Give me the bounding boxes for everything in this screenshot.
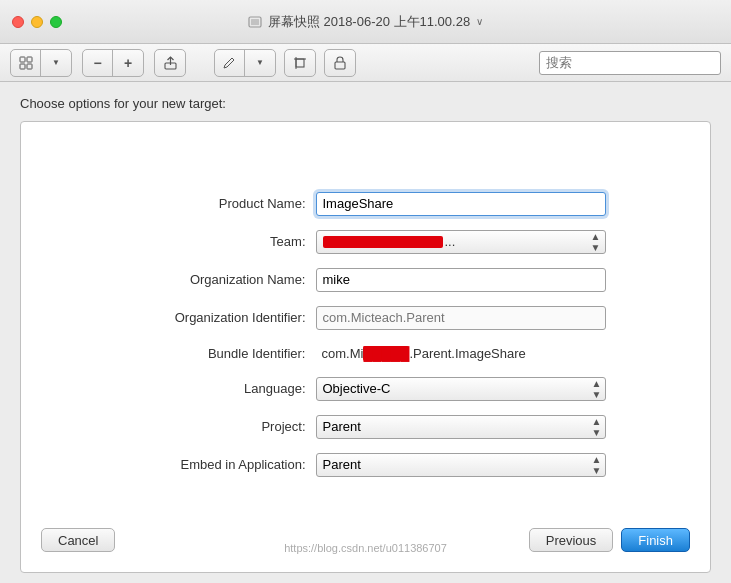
pen-button[interactable] (215, 50, 245, 76)
choose-options-text: Choose options for your new target: (20, 96, 711, 111)
language-select-wrap: Objective-C Swift ▲▼ (316, 377, 606, 401)
share-toolbar-group (154, 49, 186, 77)
window-controls (12, 16, 62, 28)
toolbar: ▼ − + ▼ (0, 44, 731, 82)
project-row: Project: Parent ▲▼ (126, 415, 606, 439)
org-name-label: Organization Name: (126, 272, 316, 287)
svg-rect-2 (20, 57, 25, 62)
grid-view-button[interactable] (11, 50, 41, 76)
svg-rect-7 (296, 59, 304, 67)
title-bar: 屏幕快照 2018-06-20 上午11.00.28 ∨ (0, 0, 731, 44)
maximize-button[interactable] (50, 16, 62, 28)
cancel-button[interactable]: Cancel (41, 528, 115, 552)
svg-rect-4 (20, 64, 25, 69)
team-label: Team: (126, 234, 316, 249)
embed-label: Embed in Application: (126, 457, 316, 472)
product-name-label: Product Name: (126, 196, 316, 211)
bundle-id-row: Bundle Identifier: com.Mi█████.Parent.Im… (126, 344, 606, 363)
org-identifier-label: Organization Identifier: (126, 310, 316, 325)
product-name-input[interactable] (316, 192, 606, 216)
svg-rect-10 (335, 62, 345, 69)
main-content: Choose options for your new target: Prod… (0, 82, 731, 583)
org-name-control (316, 268, 606, 292)
project-control: Parent ▲▼ (316, 415, 606, 439)
team-select[interactable]: ... ▲▼ (316, 230, 606, 254)
pen-dropdown-button[interactable]: ▼ (245, 50, 275, 76)
screenshot-icon (248, 15, 262, 29)
org-name-input[interactable] (316, 268, 606, 292)
product-name-row: Product Name: (126, 192, 606, 216)
team-row: Team: ... ▲▼ (126, 230, 606, 254)
zoom-out-button[interactable]: − (83, 50, 113, 76)
window-title: 屏幕快照 2018-06-20 上午11.00.28 ∨ (248, 13, 483, 31)
share-button[interactable] (155, 50, 185, 76)
project-select[interactable]: Parent (316, 415, 606, 439)
previous-button[interactable]: Previous (529, 528, 614, 552)
language-label: Language: (126, 381, 316, 396)
lock-toolbar-group (324, 49, 356, 77)
finish-button[interactable]: Finish (621, 528, 690, 552)
svg-rect-1 (251, 19, 259, 25)
team-dropdown-arrow: ▲▼ (591, 231, 601, 252)
team-control: ... ▲▼ (316, 230, 606, 254)
org-identifier-input[interactable] (316, 306, 606, 330)
nav-toolbar-group: ▼ (10, 49, 72, 77)
team-ellipsis: ... (445, 234, 456, 249)
team-redacted-bar (323, 236, 443, 248)
bundle-id-label: Bundle Identifier: (126, 346, 316, 361)
crop-button[interactable] (285, 50, 315, 76)
embed-select[interactable]: Parent (316, 453, 606, 477)
embed-row: Embed in Application: Parent ▲▼ (126, 453, 606, 477)
svg-rect-5 (27, 64, 32, 69)
close-button[interactable] (12, 16, 24, 28)
bottom-buttons-group: Previous Finish (529, 528, 690, 552)
project-label: Project: (126, 419, 316, 434)
edit-toolbar-group: ▼ (214, 49, 276, 77)
lock-button[interactable] (325, 50, 355, 76)
project-select-wrap: Parent ▲▼ (316, 415, 606, 439)
svg-rect-3 (27, 57, 32, 62)
search-wrap: 🔍 (539, 51, 721, 75)
bundle-id-value: com.Mi█████.Parent.ImageShare (316, 344, 606, 363)
org-identifier-control (316, 306, 606, 330)
minimize-button[interactable] (31, 16, 43, 28)
zoom-in-button[interactable]: + (113, 50, 143, 76)
zoom-toolbar-group: − + (82, 49, 144, 77)
org-identifier-row: Organization Identifier: (126, 306, 606, 330)
dialog-card: Product Name: Team: ... ▲▼ (20, 121, 711, 573)
embed-select-wrap: Parent ▲▼ (316, 453, 606, 477)
bundle-id-control: com.Mi█████.Parent.ImageShare (316, 344, 606, 363)
product-name-control (316, 192, 606, 216)
form-area: Product Name: Team: ... ▲▼ (41, 152, 690, 516)
language-select[interactable]: Objective-C Swift (316, 377, 606, 401)
language-control: Objective-C Swift ▲▼ (316, 377, 606, 401)
chevron-down-icon[interactable]: ▼ (41, 50, 71, 76)
embed-control: Parent ▲▼ (316, 453, 606, 477)
crop-toolbar-group (284, 49, 316, 77)
org-name-row: Organization Name: (126, 268, 606, 292)
language-row: Language: Objective-C Swift ▲▼ (126, 377, 606, 401)
search-input[interactable] (539, 51, 721, 75)
watermark: https://blog.csdn.net/u011386707 (284, 542, 447, 554)
